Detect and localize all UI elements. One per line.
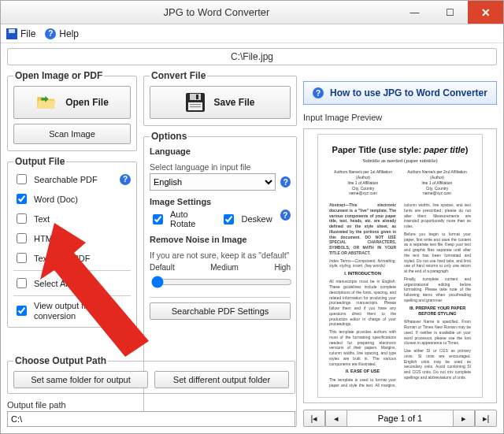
preview-caption: Input Image Preview — [303, 113, 497, 122]
output-select-all-label: Select All — [34, 279, 69, 288]
output-searchable-pdf-checkbox[interactable] — [17, 174, 27, 184]
language-label: Language — [150, 147, 291, 156]
language-select[interactable]: English — [150, 173, 276, 191]
how-to-use-button[interactable]: ? How to use JPG to Word Converter — [303, 81, 497, 105]
output-item-label: Word (Doc) — [34, 195, 78, 204]
nav-first-button[interactable]: |◂ — [303, 410, 325, 427]
convert-file-group: Convert File Save File — [143, 70, 297, 126]
preview-title: Paper Title (use style: paper title) — [329, 144, 471, 156]
client-area: C:\File.jpg Open Image or PDF Open File … — [1, 43, 503, 433]
app-window: JPG to Word Converter — ☐ ✕ File ? Help … — [0, 0, 504, 434]
floppy-disk-icon — [185, 92, 206, 113]
output-html-checkbox[interactable] — [17, 233, 27, 243]
folder-open-icon — [35, 95, 57, 110]
window-title: JPG to Word Converter — [36, 6, 397, 18]
preview-document: Paper Title (use style: paper title) Sub… — [317, 134, 483, 398]
auto-rotate-label: Auto Rotate — [170, 210, 213, 228]
output-item-label: Text-Only PDF — [34, 254, 91, 263]
auto-rotate-option[interactable]: Auto Rotate — [150, 210, 213, 228]
help-icon[interactable]: ? — [280, 210, 291, 221]
minimize-button[interactable]: — — [397, 1, 432, 24]
image-settings-label: Image Settings — [150, 197, 291, 206]
noise-level-high: High — [274, 263, 291, 272]
output-item-label: Text — [34, 214, 50, 224]
auto-rotate-checkbox[interactable] — [153, 214, 163, 224]
output-text-only-pdf[interactable]: Text-Only PDF — [13, 250, 131, 265]
preview-subtitle: Subtitle as needed (paper subtitle) — [329, 158, 471, 165]
menu-help[interactable]: ? Help — [45, 28, 79, 39]
nav-last-button[interactable]: ▸| — [475, 410, 497, 427]
set-different-folder-button[interactable]: Set different output folder — [154, 371, 289, 388]
open-image-legend: Open Image or PDF — [13, 70, 104, 81]
menu-help-label: Help — [59, 28, 79, 39]
save-icon — [6, 28, 17, 39]
noise-label: Remove Noise in Image — [150, 235, 291, 244]
output-file-path-label: Output file path — [7, 400, 66, 410]
svg-rect-4 — [190, 104, 201, 105]
help-icon[interactable]: ? — [120, 174, 131, 185]
view-output-after[interactable]: View output files after conversion — [13, 301, 131, 321]
output-file-group: Output File Searchable PDF ? Word (Doc) … — [7, 156, 137, 328]
searchable-pdf-settings-button[interactable]: Searchable PDF Settings — [150, 302, 291, 320]
svg-rect-1 — [190, 94, 201, 100]
help-icon[interactable]: ? — [280, 176, 291, 187]
save-file-label: Save File — [213, 97, 254, 108]
preview-frame: Paper Title (use style: paper title) Sub… — [303, 128, 497, 403]
close-button[interactable]: ✕ — [468, 1, 503, 24]
output-item-label: Searchable PDF — [34, 175, 98, 184]
output-word-doc-checkbox[interactable] — [17, 194, 27, 204]
open-file-button[interactable]: Open File — [13, 86, 131, 119]
menu-bar: File ? Help — [1, 24, 503, 43]
output-html[interactable]: HTML — [13, 231, 131, 246]
menu-file-label: File — [20, 28, 35, 39]
set-same-folder-button[interactable]: Set same folder for output — [13, 371, 148, 388]
nav-page-indicator: Page 1 of 1 — [347, 410, 453, 427]
maximize-button[interactable]: ☐ — [432, 1, 468, 24]
scan-image-button[interactable]: Scan Image — [13, 124, 131, 144]
menu-file[interactable]: File — [6, 28, 35, 39]
noise-level-default: Default — [150, 263, 175, 272]
options-legend: Options — [150, 131, 188, 142]
svg-rect-2 — [196, 95, 198, 99]
help-icon: ? — [313, 87, 324, 98]
open-image-group: Open Image or PDF Open File Scan Image — [7, 70, 137, 151]
current-file-path: C:\File.jpg — [7, 48, 497, 65]
output-file-legend: Output File — [13, 156, 66, 167]
bottom-section: Choose Output Path Set same folder for o… — [7, 355, 295, 427]
language-sublabel: Select language in input file — [150, 162, 250, 172]
how-to-use-label: How to use JPG to Word Converter — [330, 87, 487, 98]
deskew-label: Deskew — [241, 214, 272, 224]
output-searchable-pdf[interactable]: Searchable PDF ? — [13, 172, 131, 187]
noise-sublabel: If you are not sure, keep it as "default… — [150, 250, 289, 260]
noise-level-medium: Medium — [210, 263, 239, 272]
preview-nav: |◂ ◂ Page 1 of 1 ▸ ▸| — [303, 410, 497, 427]
output-select-all[interactable]: Select All — [13, 276, 131, 291]
output-select-all-checkbox[interactable] — [17, 278, 27, 288]
noise-slider[interactable] — [151, 275, 292, 289]
convert-file-legend: Convert File — [150, 70, 207, 81]
choose-output-path-group: Choose Output Path Set same folder for o… — [7, 355, 295, 394]
title-bar: JPG to Word Converter — ☐ ✕ — [1, 1, 503, 24]
output-text-only-pdf-checkbox[interactable] — [17, 253, 27, 263]
open-file-label: Open File — [65, 97, 109, 108]
view-output-after-checkbox[interactable] — [17, 306, 27, 316]
svg-rect-5 — [190, 106, 201, 107]
deskew-checkbox[interactable] — [224, 214, 234, 224]
deskew-option[interactable]: Deskew — [220, 210, 272, 228]
nav-next-button[interactable]: ▸ — [453, 410, 475, 427]
nav-prev-button[interactable]: ◂ — [325, 410, 347, 427]
help-icon: ? — [45, 28, 56, 39]
choose-output-path-legend: Choose Output Path — [13, 355, 108, 366]
scan-image-label: Scan Image — [49, 129, 95, 139]
output-text[interactable]: Text — [13, 211, 131, 226]
window-controls: — ☐ ✕ — [397, 1, 503, 24]
output-file-path-input[interactable] — [7, 411, 295, 427]
output-text-checkbox[interactable] — [17, 213, 27, 224]
output-item-label: HTML — [34, 234, 57, 243]
output-word-doc[interactable]: Word (Doc) — [13, 191, 131, 206]
view-output-after-label: View output files after conversion — [34, 301, 131, 321]
save-file-button[interactable]: Save File — [150, 86, 291, 119]
